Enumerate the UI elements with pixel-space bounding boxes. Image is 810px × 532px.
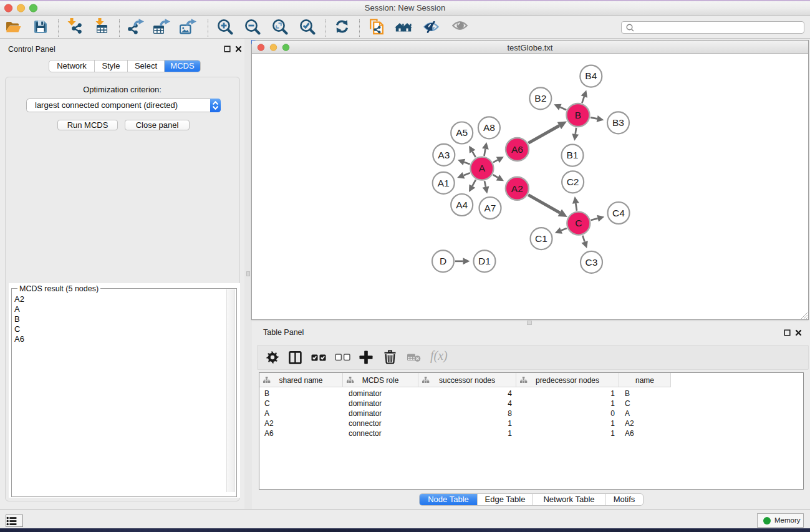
svg-text:A3: A3 bbox=[438, 150, 450, 160]
svg-text:B3: B3 bbox=[612, 117, 624, 128]
svg-text:D: D bbox=[440, 256, 446, 266]
svg-text:C3: C3 bbox=[586, 257, 598, 268]
svg-text:A8: A8 bbox=[483, 122, 495, 133]
svg-text:B2: B2 bbox=[534, 93, 546, 104]
svg-text:C: C bbox=[575, 218, 582, 228]
svg-text:B1: B1 bbox=[567, 150, 579, 160]
svg-text:D1: D1 bbox=[478, 256, 491, 266]
svg-text:A5: A5 bbox=[456, 127, 468, 138]
svg-text:B4: B4 bbox=[585, 70, 597, 81]
svg-text:C2: C2 bbox=[567, 177, 579, 187]
svg-text:C1: C1 bbox=[535, 233, 547, 244]
svg-text:A2: A2 bbox=[511, 183, 523, 194]
svg-text:A7: A7 bbox=[485, 203, 496, 213]
svg-text:B: B bbox=[575, 110, 581, 120]
svg-text:A: A bbox=[479, 163, 486, 173]
svg-text:C4: C4 bbox=[612, 208, 625, 218]
svg-text:A4: A4 bbox=[456, 200, 468, 210]
svg-text:A1: A1 bbox=[438, 178, 450, 188]
svg-text:A6: A6 bbox=[511, 144, 523, 155]
